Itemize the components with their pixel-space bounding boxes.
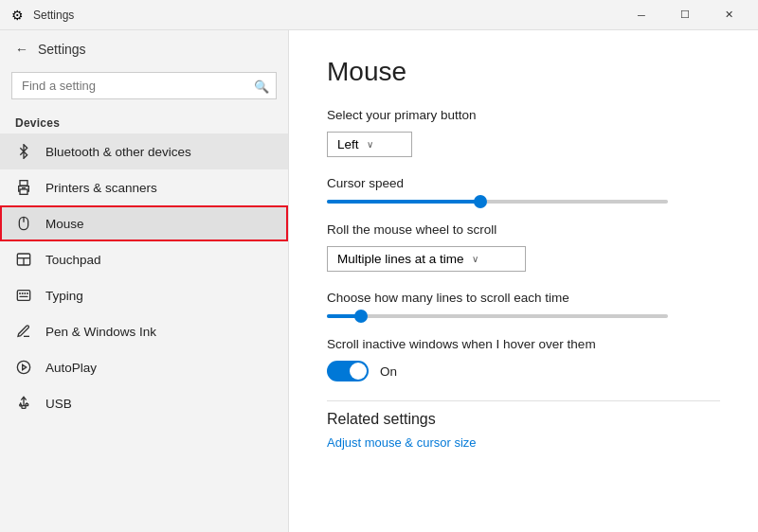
cursor-speed-thumb[interactable] [474,195,487,208]
sidebar-item-usb[interactable]: USB [0,385,288,421]
search-input[interactable] [11,72,277,99]
close-button[interactable]: ✕ [707,0,750,30]
scroll-label: Roll the mouse wheel to scroll [327,222,720,237]
bluetooth-icon [15,143,32,160]
svg-rect-8 [17,291,29,301]
content-area: Mouse Select your primary button Left ∨ … [289,30,758,532]
autoplay-icon [15,359,32,376]
inactive-group: Scroll inactive windows when I hover ove… [327,337,720,381]
sidebar: ← Settings 🔍 Devices Bluetooth & other d… [0,30,289,532]
search-icon: 🔍 [254,79,269,93]
lines-track [327,314,668,318]
pen-icon [15,323,32,340]
sidebar-item-label-bluetooth: Bluetooth & other devices [45,145,191,159]
sidebar-item-printers[interactable]: Printers & scanners [0,169,288,205]
svg-marker-15 [23,364,27,369]
lines-thumb[interactable] [354,310,368,323]
usb-icon [15,395,32,412]
toggle-thumb [350,363,367,380]
svg-rect-0 [20,181,27,186]
svg-rect-17 [22,406,26,409]
inactive-toggle[interactable] [327,361,369,381]
sidebar-item-label-touchpad: Touchpad [45,253,101,267]
sidebar-item-mouse[interactable]: Mouse [0,205,288,241]
related-title: Related settings [327,411,720,428]
cursor-speed-slider[interactable] [327,200,668,204]
titlebar-controls: ─ ☐ ✕ [620,0,750,30]
sidebar-item-label-autoplay: AutoPlay [45,361,97,375]
titlebar-left: ⚙ Settings [11,8,74,23]
sidebar-item-autoplay[interactable]: AutoPlay [0,349,288,385]
svg-point-19 [20,404,22,406]
primary-button-dropdown[interactable]: Left ∨ [327,132,412,157]
sidebar-item-touchpad[interactable]: Touchpad [0,241,288,277]
settings-icon: ⚙ [11,8,24,23]
sidebar-item-label-typing: Typing [45,289,83,303]
printer-icon [15,179,32,196]
lines-label: Choose how many lines to scroll each tim… [327,291,720,305]
sidebar-item-bluetooth[interactable]: Bluetooth & other devices [0,133,288,169]
primary-button-value: Left [337,137,359,151]
inactive-label: Scroll inactive windows when I hover ove… [327,337,720,351]
back-arrow-icon: ← [15,42,28,57]
chevron-down-icon: ∨ [367,139,373,150]
related-link-mouse[interactable]: Adjust mouse & cursor size [327,435,477,450]
inactive-toggle-row: On [327,361,720,381]
lines-group: Choose how many lines to scroll each tim… [327,291,720,318]
sidebar-item-typing[interactable]: Typing [0,277,288,313]
sidebar-back[interactable]: ← Settings [0,30,288,68]
sidebar-item-pen[interactable]: Pen & Windows Ink [0,313,288,349]
sidebar-back-title: Settings [38,42,86,57]
sidebar-search[interactable]: 🔍 [11,72,277,99]
sidebar-item-label-mouse: Mouse [45,217,84,231]
scroll-group: Roll the mouse wheel to scroll Multiple … [327,222,720,272]
svg-rect-21 [26,404,28,406]
primary-button-group: Select your primary button Left ∨ [327,108,720,157]
main-layout: ← Settings 🔍 Devices Bluetooth & other d… [0,30,758,532]
cursor-speed-label: Cursor speed [327,176,720,190]
chevron-down-icon-2: ∨ [472,254,478,264]
scroll-value: Multiple lines at a time [337,252,464,266]
cursor-speed-fill [327,200,480,204]
page-title: Mouse [327,57,720,87]
titlebar-title: Settings [33,9,74,22]
titlebar: ⚙ Settings ─ ☐ ✕ [0,0,758,30]
mouse-icon [15,215,32,232]
svg-rect-1 [20,189,27,194]
cursor-speed-track [327,200,668,204]
scroll-dropdown[interactable]: Multiple lines at a time ∨ [327,246,526,272]
maximize-button[interactable]: ☐ [663,0,707,30]
sidebar-item-label-usb: USB [45,397,72,411]
related-group: Related settings Adjust mouse & cursor s… [327,411,720,451]
typing-icon [15,287,32,304]
touchpad-icon [15,251,32,268]
sidebar-section-label: Devices [0,111,288,133]
svg-point-14 [17,361,29,373]
cursor-speed-group: Cursor speed [327,176,720,204]
lines-slider[interactable] [327,314,668,318]
divider [327,400,720,401]
minimize-button[interactable]: ─ [620,0,663,30]
inactive-toggle-label: On [380,364,397,379]
primary-button-label: Select your primary button [327,108,720,122]
sidebar-item-label-printers: Printers & scanners [45,181,157,195]
sidebar-item-label-pen: Pen & Windows Ink [45,325,156,339]
